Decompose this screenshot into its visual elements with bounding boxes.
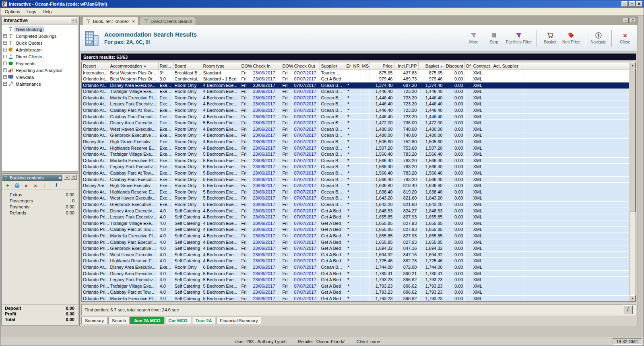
booking-contents-restore-button[interactable]: □	[71, 175, 77, 180]
more-button[interactable]: More	[466, 29, 482, 47]
stop-button[interactable]: Stop	[486, 29, 502, 47]
column-header-dow[interactable]: DOW	[240, 62, 252, 70]
table-row[interactable]: Orlando Ar...Marbella Executive Pl...Exe…	[82, 95, 636, 101]
booking-contents-minimize-button[interactable]: –	[64, 175, 70, 180]
tab-close-icon[interactable]: ×	[132, 19, 135, 24]
table-row[interactable]: Orlando Pri...Trafalgar Village Exe...4.…	[82, 283, 636, 289]
close-results-button[interactable]: × Close	[617, 29, 633, 47]
column-header-check-out[interactable]: Check Out	[293, 62, 320, 70]
table-row[interactable]: Orlando Ar...Legacy Park Executiv...Exe.…	[82, 101, 636, 107]
expand-icon[interactable]	[3, 82, 7, 86]
column-header-accommodation[interactable]: Accommodation	[109, 62, 158, 70]
table-row[interactable]: Orlando Ar...West Haven Executiv...Exe..…	[82, 195, 636, 202]
table-row[interactable]: Orlando Ar...West Haven Executiv...Exe..…	[82, 126, 636, 132]
table-row[interactable]: Orlando Pri...Marbella Executive Pl...4.…	[82, 295, 636, 302]
table-row[interactable]: Orlando Pri...Legacy Park Executiv...4.0…	[82, 277, 636, 283]
column-header-incl-fl-pp[interactable]: Incl.Fl.PP	[394, 62, 418, 70]
scroll-down-icon[interactable]: ▼	[630, 295, 636, 301]
table-row[interactable]: Orlando Int...Best Western Plus Or...3.0…	[82, 76, 636, 82]
column-header-check-in[interactable]: Check In	[252, 62, 281, 70]
column-header-of[interactable]: Of	[464, 62, 472, 70]
table-row[interactable]: Orlando Pri...Trafalgar Village Exe...4.…	[82, 220, 636, 227]
tab-direct-clients-search[interactable]: Direct Clients Search	[140, 17, 196, 25]
column-header-nr[interactable]: NR	[352, 62, 361, 70]
vertical-scrollbar[interactable]: ▲ ▼	[629, 62, 636, 301]
table-row[interactable]: Orlando Ar...Legacy Park Executiv...Exe.…	[82, 164, 636, 170]
column-header-ms[interactable]: MS	[361, 62, 369, 70]
table-row[interactable]: Orlando Pri...Disney Area Executiv...4.0…	[82, 208, 636, 214]
table-row[interactable]: Internation...Best Western Plus Or...3*B…	[82, 70, 636, 76]
column-header-supplier[interactable]: Supplier	[320, 62, 345, 70]
menu-help[interactable]: Help	[40, 8, 55, 15]
filter-icon[interactable]	[143, 66, 147, 68]
table-row[interactable]: Orlando Ar...Glenbrook Executive ...Exe.…	[82, 201, 636, 208]
column-header-board[interactable]: Board	[173, 62, 202, 70]
tab-acc-2a-mco[interactable]: Acc 2A MCO	[130, 317, 164, 324]
tab-financial-summary[interactable]: Financial Summary	[216, 317, 261, 324]
navigate-button[interactable]: Navigate	[590, 29, 607, 47]
tab-car-mco[interactable]: Car MCO	[165, 317, 191, 324]
booking-contents-titlebar[interactable]: Booking contents ×	[2, 175, 62, 181]
panel-minimize-button[interactable]: –	[623, 18, 629, 23]
booking-row-extras[interactable]: Extras 0.00	[4, 192, 75, 198]
expand-icon[interactable]	[3, 55, 7, 58]
menu-options[interactable]: Options	[2, 8, 23, 15]
table-row[interactable]: Orlando Pri...Legacy Park Executiv...4.0…	[82, 214, 636, 220]
table-row[interactable]: Orlando Pri...Calabay Parc at Tow...4.0S…	[82, 227, 636, 233]
collapse-panel-button[interactable]: –	[70, 18, 76, 23]
sidebar-item-maintenance[interactable]: Maintenance	[3, 80, 78, 87]
tab-book-ref[interactable]: Book. ref.: <none> ×	[82, 17, 139, 25]
table-row[interactable]: Orlando Ar...Calabay Parc At Tow...Exe..…	[82, 170, 636, 177]
sidebar-item-quick-quotes[interactable]: Quick Quotes	[3, 39, 78, 46]
column-header-er[interactable]: Er	[345, 62, 352, 70]
table-row[interactable]: Orlando Ar...Disney Area Executiv...Exe.…	[82, 120, 636, 126]
table-row[interactable]: Disney Are...High Grove Executiv...Exe..…	[82, 139, 636, 145]
sidebar-item-reporting-and-analytics[interactable]: Reporting and Analytics	[3, 67, 78, 74]
table-row[interactable]: Orlando Ar...Highlands Reserve E...Exe..…	[82, 189, 636, 195]
sidebar-item-direct-clients[interactable]: Direct Clients	[3, 53, 78, 60]
nett-price-button[interactable]: Nett Price	[562, 29, 580, 47]
remove-item-icon[interactable]: ×	[23, 183, 29, 188]
scrollbar-thumb[interactable]	[630, 69, 636, 212]
table-row[interactable]: Orlando Pri...Disney Area Executiv...4.0…	[82, 270, 636, 277]
titlebar[interactable]: Interactive - Ocean-Florida (code: wPJan…	[0, 0, 644, 8]
delete-icon[interactable]: ×	[33, 183, 38, 188]
table-row[interactable]: Orlando Ar...Disney Area Executiv...Exe.…	[82, 264, 636, 270]
menu-logs[interactable]: Logs	[24, 8, 39, 15]
expand-icon[interactable]	[3, 75, 7, 79]
facilities-filter-button[interactable]: Facilities Filter	[506, 29, 532, 47]
booking-contents-close-icon[interactable]: ×	[59, 175, 61, 180]
panel-restore-button[interactable]: □	[630, 18, 636, 23]
column-header-room-type[interactable]: Room type	[202, 62, 240, 70]
basket-button[interactable]: Basket	[542, 29, 558, 47]
expand-icon[interactable]	[3, 62, 7, 65]
table-row[interactable]: Orlando Pri...West Haven Executiv...4.0S…	[82, 251, 636, 258]
column-header-act-supplier[interactable]: Act. Supplier	[492, 62, 524, 70]
sidebar-item-payments[interactable]: Payments	[3, 60, 78, 67]
info-button[interactable]: i	[623, 305, 633, 314]
column-header-resort[interactable]: Resort	[82, 62, 109, 70]
table-row[interactable]: Orlando Ar...Calabay Parc Executi...Exe.…	[82, 113, 636, 120]
column-header-dow[interactable]: DOW	[281, 62, 293, 70]
column-header-rati-[interactable]: Rati...	[158, 62, 173, 70]
table-row[interactable]: Orlando Pri...Highlands Reserve E...4.0S…	[82, 258, 636, 264]
sidebar-item-new-booking[interactable]: New Booking	[3, 26, 78, 33]
booking-row-passengers[interactable]: Passengers 0	[4, 198, 75, 204]
table-row[interactable]: Orlando Ar...Calabay Parc At Tow...Exe..…	[82, 107, 636, 114]
add-icon[interactable]: +	[5, 183, 10, 188]
table-row[interactable]: Orlando Pri...Marbella Executive Pl...4.…	[82, 233, 636, 239]
sidebar-item-administrator[interactable]: Administrator	[3, 46, 78, 53]
table-row[interactable]: Orlando Ar...Marbella Executive Pl...Exe…	[82, 157, 636, 164]
minimize-button[interactable]	[621, 1, 628, 7]
promote-arrow-icon[interactable]: ↑	[42, 183, 47, 188]
table-row[interactable]: Orlando Ar...Disney Area Executiv...Exe.…	[82, 82, 636, 89]
tab-search[interactable]: Search	[108, 317, 130, 324]
info-icon[interactable]: i	[54, 183, 59, 188]
column-header-contract[interactable]: Contract	[472, 62, 492, 70]
table-row[interactable]: Orlando Ar...Trafalgar Village Exe...Exe…	[82, 89, 636, 95]
column-header-price[interactable]: Price	[369, 62, 394, 70]
tab-summary[interactable]: Summary	[81, 317, 107, 324]
table-row[interactable]: Orlando Ar...Calabay Parc Executi...Exe.…	[82, 176, 636, 183]
table-row[interactable]: Orlando Pri...Glenbrook Executive ...4.0…	[82, 245, 636, 252]
sidebar-item-viewdata[interactable]: Viewdata	[3, 74, 78, 80]
